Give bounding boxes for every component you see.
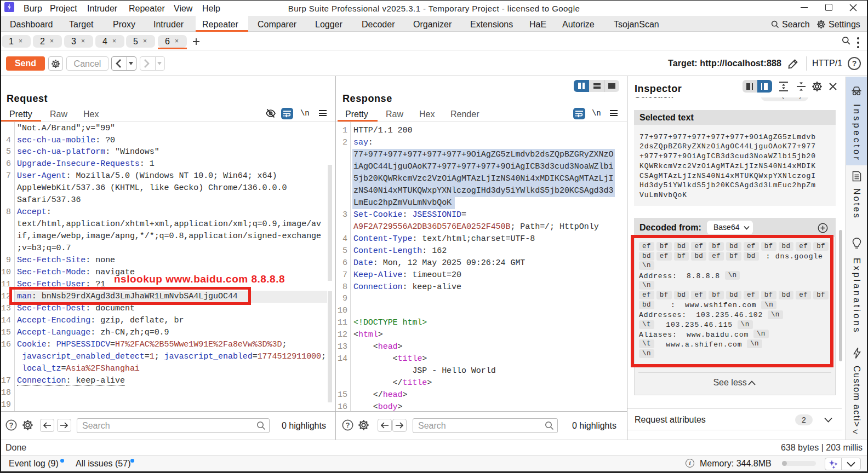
svg-text:?: ?	[346, 421, 350, 429]
svg-text:?: ?	[9, 421, 14, 429]
